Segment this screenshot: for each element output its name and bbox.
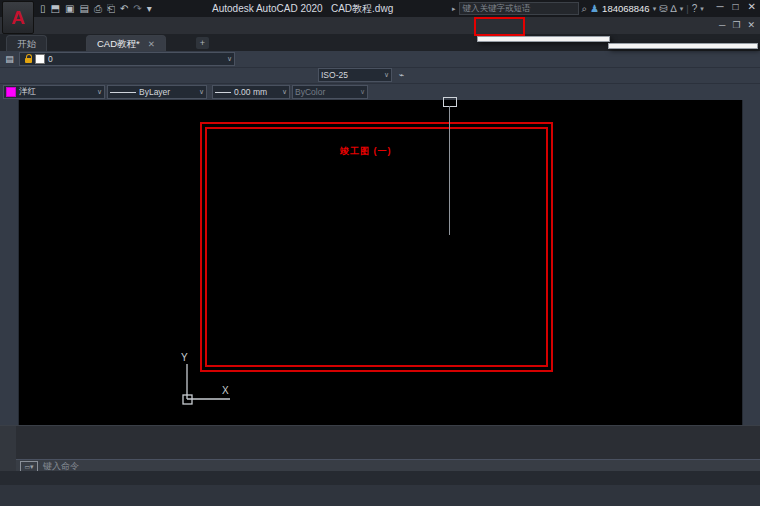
sheet-title: 竣工图 (一) xyxy=(340,145,392,158)
layers-toolbar: ▤ 0 ∨ xyxy=(0,51,760,68)
command-panel: ▭▾ 键入命令 xyxy=(0,425,760,472)
unlock-icon xyxy=(25,58,32,63)
svg-text:X: X xyxy=(222,385,229,396)
doc-restore-icon[interactable]: ❐ xyxy=(732,20,740,30)
layer-dropdown[interactable]: 0 ∨ xyxy=(19,52,235,66)
draw-toolbar xyxy=(0,100,19,425)
command-panel-controls xyxy=(0,426,16,472)
window-controls: ─□✕ xyxy=(716,1,756,12)
minimize-icon[interactable]: ─ xyxy=(716,1,723,12)
application-menu-button[interactable]: A xyxy=(2,1,34,34)
object-grip[interactable] xyxy=(443,97,457,107)
autodesk-app-icon[interactable]: ∆ xyxy=(671,3,677,14)
menubar xyxy=(0,17,760,35)
user-icon: ♟ xyxy=(590,3,599,14)
sheet-border-inner xyxy=(205,127,548,367)
undo-icon[interactable]: ↶ xyxy=(120,3,128,14)
autocad-window: ▯⬒▣▤⎙⎗↶ ↷ ▾ Autodesk AutoCAD 2020 CAD教程.… xyxy=(0,0,760,506)
close-tab-icon[interactable]: ✕ xyxy=(148,39,155,49)
doc-minimize-icon[interactable]: ─ xyxy=(719,20,725,30)
search-collapse-icon[interactable]: ▸ xyxy=(452,5,456,13)
layer-properties-icon[interactable]: ▤ xyxy=(2,52,17,66)
doc-close-icon[interactable]: ✕ xyxy=(747,20,755,30)
ucs-icon: Y X xyxy=(160,352,240,414)
titlebar: ▯⬒▣▤⎙⎗↶ ↷ ▾ Autodesk AutoCAD 2020 CAD教程.… xyxy=(0,0,760,17)
drawing-canvas[interactable]: 竣工图 (一) Y X xyxy=(0,100,760,425)
linetype-dropdown[interactable]: ByLayer∨ xyxy=(107,85,207,99)
close-icon[interactable]: ✕ xyxy=(748,1,756,12)
autodesk-caret-icon[interactable]: ▾ xyxy=(680,5,684,13)
plotstyle-dropdown[interactable]: ByColor∨ xyxy=(292,85,368,99)
new-file-icon[interactable]: ▯ xyxy=(40,3,46,14)
quick-access-toolbar: ▯⬒▣▤⎙⎗↶ ↷ ▾ xyxy=(40,1,152,16)
toolbar-dock: ▤ 0 ∨ ISO-25∨ ⌁ 洋红∨ ByLayer∨ xyxy=(0,51,760,101)
layer-name: 0 xyxy=(48,54,53,64)
help-search-input[interactable]: 键入关键字或短语 xyxy=(459,2,579,15)
color-swatch xyxy=(6,87,16,97)
layer-color-swatch xyxy=(35,54,45,64)
redo-icon[interactable]: ↷ xyxy=(133,3,141,14)
qat-dropdown-icon[interactable]: ▾ xyxy=(147,3,152,14)
open-folder-icon[interactable]: ⬒ xyxy=(51,3,60,14)
dim-style-dropdown[interactable]: ISO-25∨ xyxy=(318,68,392,82)
layout-tab-row xyxy=(0,471,760,485)
svg-text:Y: Y xyxy=(181,352,188,363)
statusbar xyxy=(0,485,760,506)
new-tab-button[interactable]: + xyxy=(196,37,209,49)
save-icon[interactable]: ▣ xyxy=(65,3,74,14)
tab-document[interactable]: CAD教程*✕ xyxy=(86,35,166,52)
help-icon[interactable]: ? xyxy=(692,3,698,14)
express-menu xyxy=(477,36,610,42)
help-caret-icon[interactable]: ▾ xyxy=(700,5,704,13)
plot-icon[interactable]: ⎙ xyxy=(94,3,102,15)
save-as-icon[interactable]: ▤ xyxy=(79,3,88,14)
properties-toolbar: 洋红∨ ByLayer∨ 0.00 mm∨ ByColor∨ xyxy=(0,83,760,100)
selected-line[interactable] xyxy=(449,106,450,235)
modify-toolbar xyxy=(742,100,760,425)
maximize-icon[interactable]: □ xyxy=(733,1,739,12)
account-id[interactable]: 184068846 xyxy=(602,3,650,14)
text-submenu xyxy=(608,43,758,49)
dimension-toolbar: ISO-25∨ ⌁ xyxy=(0,67,760,84)
search-icon[interactable]: ⌕ xyxy=(582,3,588,15)
print-icon[interactable]: ⎗ xyxy=(107,3,115,15)
document-window-controls: ─❐✕ xyxy=(719,20,755,30)
account-caret-icon[interactable]: ▾ xyxy=(653,5,657,13)
app-store-cart-icon[interactable]: ⛁ xyxy=(659,3,667,14)
color-dropdown[interactable]: 洋红∨ xyxy=(3,85,105,99)
tab-start[interactable]: 开始 xyxy=(6,35,47,52)
dim-style-manager-icon[interactable]: ⌁ xyxy=(394,68,409,82)
window-title: Autodesk AutoCAD 2020 CAD教程.dwg xyxy=(212,2,393,16)
lineweight-dropdown[interactable]: 0.00 mm∨ xyxy=(212,85,290,99)
